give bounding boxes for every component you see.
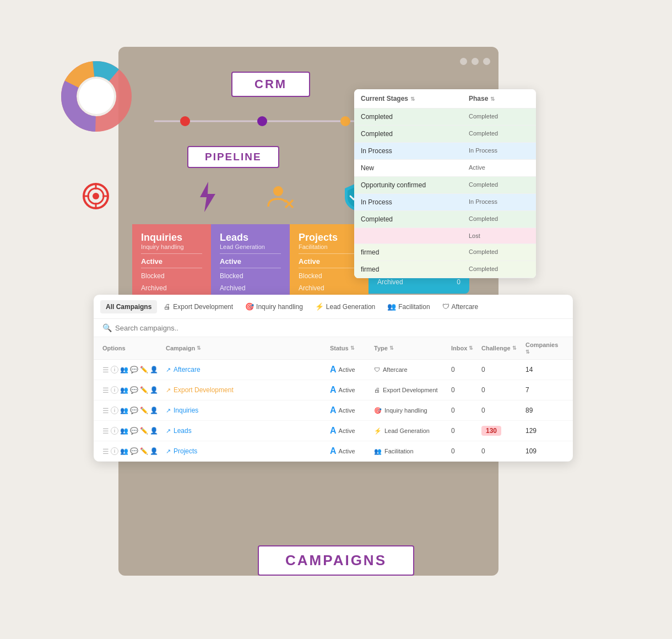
table-row: ☰ i 👥 💬 ✏️ 👤 ↗Aftercare AActive 🛡Afterca… bbox=[94, 360, 573, 380]
row-users-icon[interactable]: 👥 bbox=[120, 366, 128, 373]
row-users-icon[interactable]: 👥 bbox=[120, 427, 128, 435]
stages-col1-header: Current Stages bbox=[361, 95, 408, 102]
row-person-icon[interactable]: 👤 bbox=[150, 407, 158, 414]
pipeline-title: PIPELINE bbox=[205, 151, 262, 163]
campaign-link[interactable]: Export Development bbox=[174, 386, 234, 394]
row-edit-icon[interactable]: ✏️ bbox=[140, 447, 148, 455]
tab-export-development[interactable]: 🖨 Export Development bbox=[158, 300, 239, 313]
row-person-icon[interactable]: 👤 bbox=[150, 447, 158, 455]
cat-active: Active bbox=[220, 257, 281, 266]
tab-lead-generation[interactable]: ⚡ Lead Generation bbox=[310, 300, 381, 313]
row-edit-icon[interactable]: ✏️ bbox=[140, 407, 148, 414]
stages-row: CompletedCompleted bbox=[354, 126, 536, 143]
stages-row: CompletedCompleted bbox=[354, 109, 536, 126]
stages-row: Lost bbox=[354, 228, 536, 244]
search-input[interactable] bbox=[115, 324, 225, 332]
row-users-icon[interactable]: 👥 bbox=[120, 407, 128, 414]
cat-items: BlockedArchived bbox=[299, 270, 360, 294]
tab-aftercare[interactable]: 🛡 Aftercare bbox=[437, 300, 484, 313]
stages-row: CompletedCompleted bbox=[354, 211, 536, 228]
cat-sub: Facilitation bbox=[299, 243, 360, 250]
campaigns-title-box: CAMPAIGNS bbox=[258, 545, 414, 576]
campaign-link[interactable]: Inquiries bbox=[174, 407, 198, 414]
cat-title: Projects bbox=[299, 232, 360, 243]
campaign-link[interactable]: Leads bbox=[174, 427, 192, 435]
table-header: Options Campaign ⇅ Status ⇅ Type ⇅ Inbox… bbox=[94, 337, 573, 360]
pipeline-dot-purple bbox=[257, 116, 267, 126]
cat-items: BlockedArchived bbox=[220, 270, 281, 294]
campaigns-tabs: All Campaigns 🖨 Export Development 🎯 Inq… bbox=[94, 295, 573, 319]
row-info-icon[interactable]: i bbox=[111, 366, 118, 373]
stages-panel: Current Stages ⇅ Phase ⇅ CompletedComple… bbox=[354, 89, 536, 278]
challenge-badge: 130 bbox=[481, 426, 501, 436]
row-edit-icon[interactable]: ✏️ bbox=[140, 386, 148, 394]
cat-archived-count: 0 bbox=[457, 278, 460, 286]
target-icon bbox=[82, 182, 110, 213]
person-x-icon bbox=[267, 183, 295, 213]
row-menu-icon[interactable]: ☰ bbox=[102, 447, 109, 456]
cat-title: Leads bbox=[220, 232, 281, 243]
pipeline-dot-red bbox=[180, 116, 190, 126]
svg-point-4 bbox=[79, 79, 114, 114]
campaign-link[interactable]: Projects bbox=[174, 447, 197, 455]
cat-archived: Archived bbox=[377, 278, 403, 286]
stages-header: Current Stages ⇅ Phase ⇅ bbox=[354, 89, 536, 109]
tab-inquiry-handling[interactable]: 🎯 Inquiry handling bbox=[240, 300, 308, 313]
row-chat-icon[interactable]: 💬 bbox=[130, 427, 138, 435]
table-row: ☰ i 👥 💬 ✏️ 👤 ↗Inquiries AActive 🎯Inquiry… bbox=[94, 400, 573, 421]
svg-marker-12 bbox=[200, 182, 215, 212]
category-inquiries[interactable]: Inquiries Inquiry handling Active Blocke… bbox=[132, 224, 211, 302]
crm-title-box: CRM bbox=[231, 72, 310, 97]
row-chat-icon[interactable]: 💬 bbox=[130, 407, 138, 414]
stages-row: NewActive bbox=[354, 160, 536, 177]
pipeline-title-box: PIPELINE bbox=[187, 146, 279, 168]
donut-chart bbox=[55, 55, 138, 140]
row-chat-icon[interactable]: 💬 bbox=[130, 386, 138, 394]
row-edit-icon[interactable]: ✏️ bbox=[140, 427, 148, 435]
svg-point-13 bbox=[273, 186, 283, 196]
crm-panel-dots bbox=[460, 58, 490, 65]
campaign-link[interactable]: Aftercare bbox=[174, 366, 200, 373]
row-info-icon[interactable]: i bbox=[111, 447, 118, 455]
pipeline-dot-orange bbox=[340, 116, 350, 126]
cat-sub: Lead Generation bbox=[220, 243, 281, 250]
sort-icon: ⇅ bbox=[410, 96, 415, 102]
row-edit-icon[interactable]: ✏️ bbox=[140, 366, 148, 373]
stages-row: In ProcessIn Process bbox=[354, 143, 536, 160]
row-menu-icon[interactable]: ☰ bbox=[102, 366, 109, 374]
tab-all-campaigns[interactable]: All Campaigns bbox=[100, 300, 157, 313]
cat-title: Inquiries bbox=[141, 232, 202, 243]
row-menu-icon[interactable]: ☰ bbox=[102, 427, 109, 435]
svg-point-7 bbox=[93, 193, 99, 199]
cat-active: Active bbox=[141, 257, 202, 266]
stages-row: firmedCompleted bbox=[354, 261, 536, 278]
row-person-icon[interactable]: 👤 bbox=[150, 427, 158, 435]
table-row: ☰ i 👥 💬 ✏️ 👤 ↗Leads AActive ⚡Lead Genera… bbox=[94, 421, 573, 441]
row-info-icon[interactable]: i bbox=[111, 407, 118, 414]
cat-items: BlockedArchived bbox=[141, 270, 202, 294]
table-row: ☰ i 👥 💬 ✏️ 👤 ↗Export Development AActive… bbox=[94, 380, 573, 400]
stages-row: In ProcessIn Process bbox=[354, 194, 536, 211]
cat-sub: Inquiry handling bbox=[141, 243, 202, 250]
row-users-icon[interactable]: 👥 bbox=[120, 447, 128, 455]
row-chat-icon[interactable]: 💬 bbox=[130, 447, 138, 455]
row-info-icon[interactable]: i bbox=[111, 386, 118, 394]
row-info-icon[interactable]: i bbox=[111, 427, 118, 435]
row-menu-icon[interactable]: ☰ bbox=[102, 407, 109, 415]
stages-col2-header: Phase bbox=[469, 95, 488, 102]
cat-active: Active bbox=[299, 257, 360, 266]
row-person-icon[interactable]: 👤 bbox=[150, 386, 158, 394]
search-icon: 🔍 bbox=[102, 323, 112, 332]
table-row: ☰ i 👥 💬 ✏️ 👤 ↗Projects AActive 👥Facilita… bbox=[94, 441, 573, 462]
stages-row: firmedCompleted bbox=[354, 244, 536, 261]
campaigns-title: CAMPAIGNS bbox=[285, 552, 387, 568]
sort-icon-2: ⇅ bbox=[490, 96, 495, 102]
crm-title: CRM bbox=[254, 77, 287, 91]
tab-facilitation[interactable]: 👥 Facilitation bbox=[382, 300, 435, 313]
row-person-icon[interactable]: 👤 bbox=[150, 366, 158, 373]
category-leads[interactable]: Leads Lead Generation Active BlockedArch… bbox=[211, 224, 290, 302]
row-users-icon[interactable]: 👥 bbox=[120, 386, 128, 394]
row-chat-icon[interactable]: 💬 bbox=[130, 366, 138, 373]
campaigns-panel: All Campaigns 🖨 Export Development 🎯 Inq… bbox=[94, 295, 573, 462]
row-menu-icon[interactable]: ☰ bbox=[102, 386, 109, 394]
